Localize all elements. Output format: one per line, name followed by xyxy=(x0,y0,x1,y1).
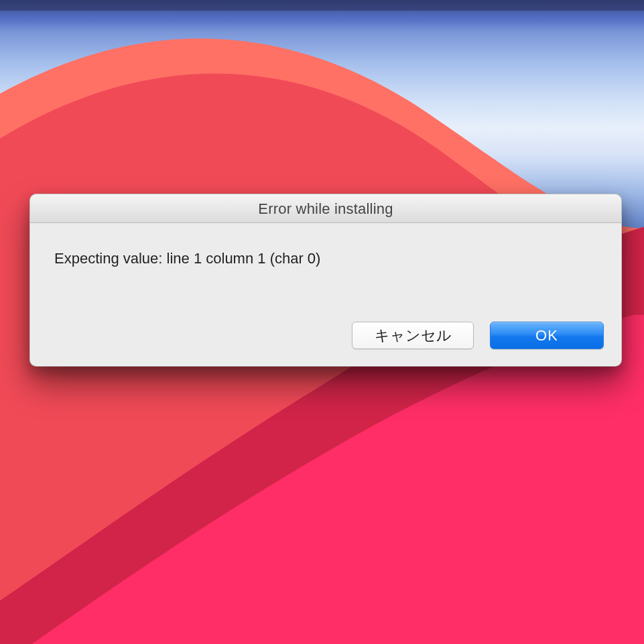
cancel-button[interactable]: キャンセル xyxy=(352,322,474,349)
ok-button[interactable]: OK xyxy=(490,322,604,349)
dialog-message: Expecting value: line 1 column 1 (char 0… xyxy=(54,249,597,269)
menubar xyxy=(0,0,644,11)
desktop: Error while installing Expecting value: … xyxy=(0,0,644,644)
dialog-titlebar: Error while installing xyxy=(30,194,621,223)
error-dialog: Error while installing Expecting value: … xyxy=(29,194,622,367)
dialog-title: Error while installing xyxy=(258,200,393,217)
dialog-button-row: キャンセル OK xyxy=(352,322,604,349)
dialog-body: Expecting value: line 1 column 1 (char 0… xyxy=(30,223,621,367)
